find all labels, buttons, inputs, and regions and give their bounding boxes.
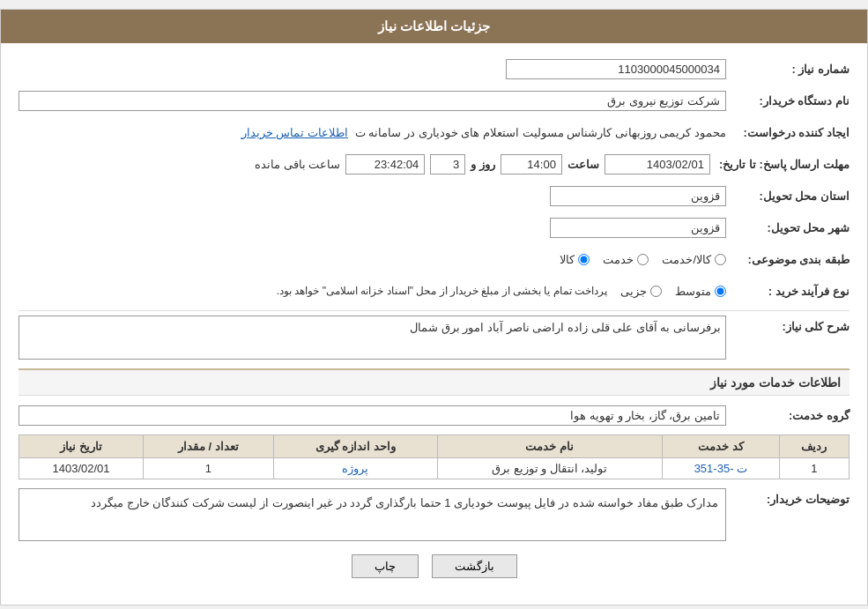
ijad-konande-label: ایجاد کننده درخواست: (726, 126, 849, 139)
col-nam-khadamat: نام خدمت (437, 435, 662, 458)
goroh-khadamat-input: تامین برق، گاز، بخار و تهویه هوا (19, 405, 726, 426)
col-kod-khadamat: کد خدمت (662, 435, 779, 458)
shahr-input: قزوین (550, 218, 726, 238)
radio-khadamat-input[interactable] (637, 254, 649, 265)
cell-vahed: پروژه (273, 458, 437, 479)
rooz-input: 3 (430, 154, 465, 175)
divider-1 (19, 310, 849, 311)
col-vahed: واحد اندازه گیری (273, 435, 437, 458)
ostan-value-cell: قزوین (19, 186, 726, 206)
tawzihaat-row: توضیحات خریدار: مدارک طبق مفاد خواسته شد… (19, 488, 849, 541)
col-radif: ردیف (779, 435, 849, 458)
ijad-konande-link[interactable]: اطلاعات تماس خریدار (241, 126, 348, 139)
baqi-mande-label: ساعت باقی مانده (255, 158, 340, 171)
sharh-textarea[interactable]: برفرسانی به آقای علی قلی زاده اراضی ناصر… (19, 316, 726, 360)
nam-dastgah-label: نام دستگاه خریدار: (726, 94, 849, 108)
cell-kod-khadamat: ت -35-351 (662, 458, 779, 479)
shomara-niaz-input: 1103000045000034 (506, 59, 726, 79)
shahr-label: شهر محل تحویل: (726, 221, 849, 234)
col-tarikh-niaz: تاریخ نیاز (19, 435, 144, 458)
process-row: متوسط جزیی پرداخت تمام یا بخشی از مبلغ خ… (19, 285, 726, 298)
sharh-label: شرح کلی نیاز: (726, 316, 849, 333)
fara-ayand-label: نوع فرآیند خرید : (726, 285, 849, 298)
services-table: ردیف کد خدمت نام خدمت واحد اندازه گیری ت… (19, 434, 849, 479)
date-time-group: 1403/02/01 ساعت 14:00 روز و 3 23:42:04 س… (19, 154, 710, 175)
radio-khadamat[interactable]: خدمت (603, 253, 649, 266)
goroh-khadamat-value-cell: تامین برق، گاز، بخار و تهویه هوا (19, 405, 726, 426)
shomara-niaz-value-cell: 1103000045000034 (19, 59, 726, 79)
services-table-body: 1 ت -35-351 تولید، انتقال و توزیع برق پر… (19, 458, 849, 479)
nam-dastgah-value-cell: شرکت توزیع نیروی برق (19, 91, 726, 111)
radio-kala-khadamat[interactable]: کالا/خدمت (662, 253, 726, 266)
cell-tedad: 1 (144, 458, 274, 479)
fara-ayand-text: پرداخت تمام یا بخشی از مبلغ خریدار از مح… (19, 285, 607, 297)
radio-kala[interactable]: کالا (560, 253, 590, 266)
services-table-header-row: ردیف کد خدمت نام خدمت واحد اندازه گیری ت… (19, 435, 849, 458)
radio-jozii-input[interactable] (650, 286, 662, 297)
shomara-niaz-label: شماره نیاز : (726, 63, 849, 76)
radio-motawaset-label: متوسط (675, 285, 711, 298)
khadamat-section-title: اطلاعات خدمات مورد نیاز (19, 368, 849, 396)
page-header: جزئیات اطلاعات نیاز (1, 10, 867, 43)
page-wrapper: جزئیات اطلاعات نیاز شماره نیاز : 1103000… (0, 9, 868, 605)
cell-nam-khadamat: تولید، انتقال و توزیع برق (437, 458, 662, 479)
radio-jozii-label: جزیی (620, 285, 647, 298)
services-table-head: ردیف کد خدمت نام خدمت واحد اندازه گیری ت… (19, 435, 849, 458)
category-radio-group: کالا/خدمت خدمت کالا (560, 253, 726, 266)
btn-bazgasht[interactable]: بازگشت (432, 554, 517, 578)
tabaghebandi-label: طبقه بندی موضوعی: (726, 253, 849, 266)
radio-motawaset[interactable]: متوسط (675, 285, 726, 298)
tabaghebandi-value-cell: کالا/خدمت خدمت کالا (19, 253, 726, 266)
goroh-khadamat-row: گروه خدمت: تامین برق، گاز، بخار و تهویه … (19, 403, 849, 427)
baqi-mande-input: 23:42:04 (345, 154, 425, 175)
mohlet-ersal-row: مهلت ارسال پاسخ: تا تاریخ: 1403/02/01 سا… (19, 152, 849, 176)
mohlet-ersal-label: مهلت ارسال پاسخ: تا تاریخ: (710, 158, 849, 171)
radio-kala-label: کالا (560, 253, 575, 266)
ostan-row: استان محل تحویل: قزوین (19, 183, 849, 208)
radio-kala-khadamat-input[interactable] (715, 254, 726, 265)
shahr-row: شهر محل تحویل: قزوین (19, 215, 849, 240)
ostan-input: قزوین (550, 186, 726, 206)
tarikh-input: 1403/02/01 (605, 154, 710, 175)
ijad-konande-value-cell: محمود کریمی روزبهانی کارشناس مسولیت استع… (19, 126, 726, 139)
radio-motawaset-input[interactable] (715, 286, 726, 297)
sharh-row: شرح کلی نیاز: برفرسانی به آقای علی قلی ز… (19, 316, 849, 360)
saat-label: ساعت (568, 158, 599, 171)
saat-input: 14:00 (501, 154, 562, 175)
tawzihaat-label: توضیحات خریدار: (726, 488, 849, 506)
btn-chap[interactable]: چاپ (352, 554, 419, 578)
content-area: شماره نیاز : 1103000045000034 نام دستگاه… (1, 43, 867, 605)
page-title: جزئیات اطلاعات نیاز (378, 19, 490, 33)
fara-ayand-row: نوع فرآیند خرید : متوسط جزیی پرداخت تمام… (19, 279, 849, 303)
rooz-label: روز و (471, 158, 495, 171)
buttons-row: بازگشت چاپ (19, 554, 849, 591)
nam-dastgah-row: نام دستگاه خریدار: شرکت توزیع نیروی برق (19, 88, 849, 113)
goroh-khadamat-label: گروه خدمت: (726, 409, 849, 422)
table-row: 1 ت -35-351 تولید، انتقال و توزیع برق پر… (19, 458, 849, 479)
mohlet-ersal-value-cell: 1403/02/01 ساعت 14:00 روز و 3 23:42:04 س… (19, 154, 710, 175)
tawzihaat-box: مدارک طبق مفاد خواسته شده در فایل پیوست … (19, 488, 726, 541)
radio-jozii[interactable]: جزیی (620, 285, 662, 298)
radio-khadamat-label: خدمت (603, 253, 634, 266)
sharh-value-cell: برفرسانی به آقای علی قلی زاده اراضی ناصر… (19, 316, 726, 360)
tawzihaat-value-cell: مدارک طبق مفاد خواسته شده در فایل پیوست … (19, 488, 726, 541)
fara-ayand-value-cell: متوسط جزیی پرداخت تمام یا بخشی از مبلغ خ… (19, 285, 726, 298)
col-tedad: تعداد / مقدار (144, 435, 274, 458)
ijad-konande-row: ایجاد کننده درخواست: محمود کریمی روزبهان… (19, 120, 849, 145)
cell-radif: 1 (779, 458, 849, 479)
shomara-niaz-row: شماره نیاز : 1103000045000034 (19, 56, 849, 81)
ijad-konande-text: محمود کریمی روزبهانی کارشناس مسولیت استع… (355, 126, 726, 139)
radio-kala-input[interactable] (578, 254, 590, 265)
radio-kala-khadamat-label: کالا/خدمت (662, 253, 711, 266)
tabaghebandi-row: طبقه بندی موضوعی: کالا/خدمت خدمت کالا (19, 247, 849, 271)
shahr-value-cell: قزوین (19, 218, 726, 238)
cell-tarikh-niaz: 1403/02/01 (19, 458, 144, 479)
ostan-label: استان محل تحویل: (726, 189, 849, 203)
nam-dastgah-input: شرکت توزیع نیروی برق (19, 91, 726, 111)
